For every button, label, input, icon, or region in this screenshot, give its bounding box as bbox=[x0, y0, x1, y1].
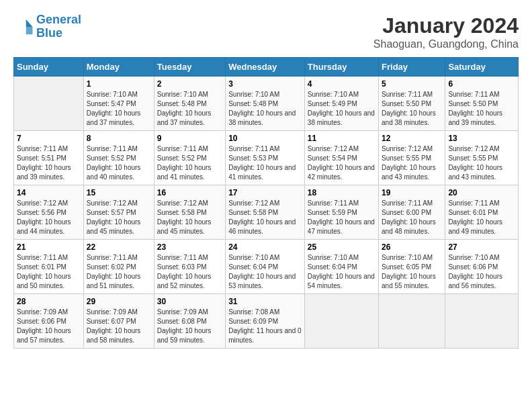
calendar-cell: 2Sunrise: 7:10 AM Sunset: 5:48 PM Daylig… bbox=[154, 77, 225, 131]
calendar-cell bbox=[14, 77, 84, 131]
calendar-cell: 6Sunrise: 7:11 AM Sunset: 5:50 PM Daylig… bbox=[445, 77, 519, 131]
day-number: 7 bbox=[17, 134, 81, 143]
day-info: Sunrise: 7:11 AM Sunset: 5:59 PM Dayligh… bbox=[308, 199, 375, 236]
page-subtitle: Shaoguan, Guangdong, China bbox=[373, 38, 519, 50]
calendar-cell: 4Sunrise: 7:10 AM Sunset: 5:49 PM Daylig… bbox=[304, 77, 378, 131]
calendar-cell: 27Sunrise: 7:10 AM Sunset: 6:06 PM Dayli… bbox=[445, 240, 519, 294]
calendar-cell: 25Sunrise: 7:10 AM Sunset: 6:04 PM Dayli… bbox=[304, 240, 378, 294]
calendar-cell: 21Sunrise: 7:11 AM Sunset: 6:01 PM Dayli… bbox=[14, 240, 84, 294]
header-cell-tuesday: Tuesday bbox=[154, 58, 225, 77]
header-cell-monday: Monday bbox=[83, 58, 154, 77]
calendar-table: SundayMondayTuesdayWednesdayThursdayFrid… bbox=[13, 57, 519, 349]
day-number: 20 bbox=[448, 188, 515, 197]
day-number: 30 bbox=[157, 297, 222, 306]
day-number: 6 bbox=[448, 79, 515, 89]
day-info: Sunrise: 7:11 AM Sunset: 5:51 PM Dayligh… bbox=[17, 144, 81, 182]
day-number: 10 bbox=[228, 134, 302, 143]
day-info: Sunrise: 7:12 AM Sunset: 5:54 PM Dayligh… bbox=[308, 144, 375, 182]
calendar-week-row: 28Sunrise: 7:09 AM Sunset: 6:06 PM Dayli… bbox=[14, 294, 519, 349]
day-info: Sunrise: 7:09 AM Sunset: 6:06 PM Dayligh… bbox=[17, 308, 81, 345]
calendar-cell: 10Sunrise: 7:11 AM Sunset: 5:53 PM Dayli… bbox=[226, 131, 305, 185]
day-number: 11 bbox=[308, 134, 375, 143]
day-number: 1 bbox=[87, 79, 151, 89]
calendar-cell: 8Sunrise: 7:11 AM Sunset: 5:52 PM Daylig… bbox=[83, 131, 154, 185]
header-cell-saturday: Saturday bbox=[445, 58, 519, 77]
day-info: Sunrise: 7:11 AM Sunset: 6:03 PM Dayligh… bbox=[157, 253, 222, 291]
day-number: 13 bbox=[448, 134, 515, 143]
day-info: Sunrise: 7:10 AM Sunset: 5:47 PM Dayligh… bbox=[87, 90, 151, 128]
day-info: Sunrise: 7:10 AM Sunset: 6:06 PM Dayligh… bbox=[448, 253, 515, 291]
calendar-cell: 29Sunrise: 7:09 AM Sunset: 6:07 PM Dayli… bbox=[83, 294, 154, 349]
logo-icon bbox=[13, 17, 34, 37]
logo-text: General Blue bbox=[36, 13, 81, 40]
day-number: 16 bbox=[157, 188, 222, 197]
day-info: Sunrise: 7:10 AM Sunset: 6:05 PM Dayligh… bbox=[382, 253, 442, 291]
day-number: 22 bbox=[87, 242, 151, 252]
day-info: Sunrise: 7:10 AM Sunset: 6:04 PM Dayligh… bbox=[228, 253, 302, 291]
day-info: Sunrise: 7:11 AM Sunset: 6:00 PM Dayligh… bbox=[382, 199, 442, 236]
day-info: Sunrise: 7:11 AM Sunset: 5:53 PM Dayligh… bbox=[228, 144, 302, 182]
calendar-cell: 12Sunrise: 7:12 AM Sunset: 5:55 PM Dayli… bbox=[379, 131, 445, 185]
logo: General Blue bbox=[13, 13, 81, 40]
calendar-cell: 11Sunrise: 7:12 AM Sunset: 5:54 PM Dayli… bbox=[304, 131, 378, 185]
day-info: Sunrise: 7:11 AM Sunset: 6:01 PM Dayligh… bbox=[17, 253, 81, 291]
day-number: 4 bbox=[308, 79, 375, 89]
calendar-cell: 9Sunrise: 7:11 AM Sunset: 5:52 PM Daylig… bbox=[154, 131, 225, 185]
calendar-cell: 14Sunrise: 7:12 AM Sunset: 5:56 PM Dayli… bbox=[14, 185, 84, 240]
day-number: 23 bbox=[157, 242, 222, 252]
day-number: 3 bbox=[228, 79, 302, 89]
day-number: 18 bbox=[308, 188, 375, 197]
calendar-cell: 17Sunrise: 7:12 AM Sunset: 5:58 PM Dayli… bbox=[226, 185, 305, 240]
day-info: Sunrise: 7:09 AM Sunset: 6:07 PM Dayligh… bbox=[87, 308, 151, 345]
day-number: 19 bbox=[382, 188, 442, 197]
day-info: Sunrise: 7:12 AM Sunset: 5:58 PM Dayligh… bbox=[157, 199, 222, 236]
logo-line1: General bbox=[36, 13, 81, 26]
page-header: General Blue January 2024 Shaoguan, Guan… bbox=[13, 13, 519, 50]
day-number: 15 bbox=[87, 188, 151, 197]
calendar-cell bbox=[445, 294, 519, 349]
calendar-week-row: 7Sunrise: 7:11 AM Sunset: 5:51 PM Daylig… bbox=[14, 131, 519, 185]
day-info: Sunrise: 7:11 AM Sunset: 5:50 PM Dayligh… bbox=[448, 90, 515, 128]
calendar-cell: 31Sunrise: 7:08 AM Sunset: 6:09 PM Dayli… bbox=[226, 294, 305, 349]
calendar-cell: 20Sunrise: 7:11 AM Sunset: 6:01 PM Dayli… bbox=[445, 185, 519, 240]
calendar-cell: 30Sunrise: 7:09 AM Sunset: 6:08 PM Dayli… bbox=[154, 294, 225, 349]
day-number: 28 bbox=[17, 297, 81, 306]
day-info: Sunrise: 7:11 AM Sunset: 6:01 PM Dayligh… bbox=[448, 199, 515, 236]
header-cell-thursday: Thursday bbox=[304, 58, 378, 77]
svg-marker-2 bbox=[26, 27, 33, 34]
calendar-cell: 19Sunrise: 7:11 AM Sunset: 6:00 PM Dayli… bbox=[379, 185, 445, 240]
calendar-cell: 1Sunrise: 7:10 AM Sunset: 5:47 PM Daylig… bbox=[83, 77, 154, 131]
day-info: Sunrise: 7:12 AM Sunset: 5:55 PM Dayligh… bbox=[382, 144, 442, 182]
day-number: 24 bbox=[228, 242, 302, 252]
day-number: 27 bbox=[448, 242, 515, 252]
day-info: Sunrise: 7:09 AM Sunset: 6:08 PM Dayligh… bbox=[157, 308, 222, 345]
title-block: January 2024 Shaoguan, Guangdong, China bbox=[373, 13, 519, 50]
day-number: 31 bbox=[228, 297, 302, 306]
day-number: 8 bbox=[87, 134, 151, 143]
page-title: January 2024 bbox=[373, 13, 519, 38]
calendar-cell: 24Sunrise: 7:10 AM Sunset: 6:04 PM Dayli… bbox=[226, 240, 305, 294]
calendar-cell: 7Sunrise: 7:11 AM Sunset: 5:51 PM Daylig… bbox=[14, 131, 84, 185]
day-info: Sunrise: 7:10 AM Sunset: 6:04 PM Dayligh… bbox=[308, 253, 375, 291]
day-info: Sunrise: 7:12 AM Sunset: 5:58 PM Dayligh… bbox=[228, 199, 302, 236]
calendar-cell bbox=[304, 294, 378, 349]
day-info: Sunrise: 7:10 AM Sunset: 5:49 PM Dayligh… bbox=[308, 90, 375, 128]
day-info: Sunrise: 7:12 AM Sunset: 5:57 PM Dayligh… bbox=[87, 199, 151, 236]
calendar-week-row: 1Sunrise: 7:10 AM Sunset: 5:47 PM Daylig… bbox=[14, 77, 519, 131]
day-info: Sunrise: 7:12 AM Sunset: 5:56 PM Dayligh… bbox=[17, 199, 81, 236]
calendar-header-row: SundayMondayTuesdayWednesdayThursdayFrid… bbox=[14, 58, 519, 77]
day-info: Sunrise: 7:11 AM Sunset: 5:50 PM Dayligh… bbox=[382, 90, 442, 128]
calendar-cell: 13Sunrise: 7:12 AM Sunset: 5:55 PM Dayli… bbox=[445, 131, 519, 185]
calendar-cell: 28Sunrise: 7:09 AM Sunset: 6:06 PM Dayli… bbox=[14, 294, 84, 349]
calendar-week-row: 14Sunrise: 7:12 AM Sunset: 5:56 PM Dayli… bbox=[14, 185, 519, 240]
calendar-cell bbox=[379, 294, 445, 349]
day-info: Sunrise: 7:10 AM Sunset: 5:48 PM Dayligh… bbox=[228, 90, 302, 128]
calendar-cell: 16Sunrise: 7:12 AM Sunset: 5:58 PM Dayli… bbox=[154, 185, 225, 240]
day-number: 17 bbox=[228, 188, 302, 197]
day-info: Sunrise: 7:11 AM Sunset: 5:52 PM Dayligh… bbox=[87, 144, 151, 182]
day-info: Sunrise: 7:11 AM Sunset: 6:02 PM Dayligh… bbox=[87, 253, 151, 291]
header-cell-sunday: Sunday bbox=[14, 58, 84, 77]
calendar-cell: 18Sunrise: 7:11 AM Sunset: 5:59 PM Dayli… bbox=[304, 185, 378, 240]
day-info: Sunrise: 7:08 AM Sunset: 6:09 PM Dayligh… bbox=[228, 308, 302, 345]
header-cell-friday: Friday bbox=[379, 58, 445, 77]
